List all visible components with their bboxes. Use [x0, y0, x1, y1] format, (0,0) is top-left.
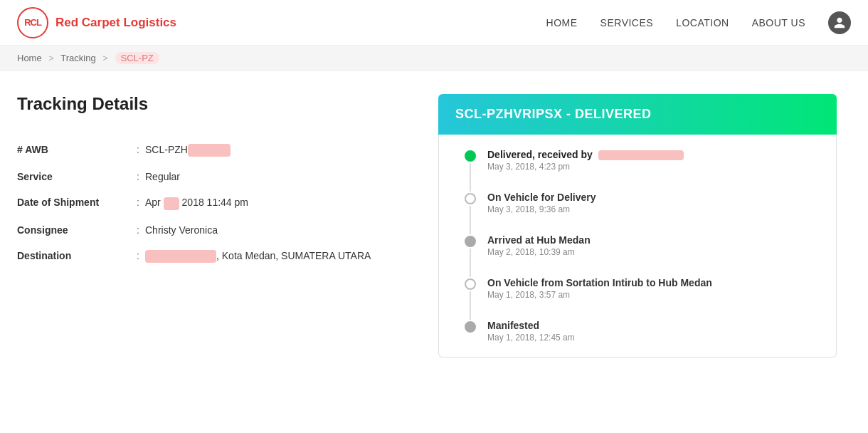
- awb-value: SCL-PZH: [145, 137, 416, 164]
- event-hub-medan: Arrived at Hub Medan May 2, 2018, 10:39 …: [487, 234, 819, 257]
- consignee-row: Consignee : Christy Veronica: [17, 217, 416, 243]
- awb-label: # AWB: [17, 137, 131, 164]
- left-panel: Tracking Details # AWB : SCL-PZH Service…: [17, 94, 416, 358]
- event-title-hub-medan: Arrived at Hub Medan: [487, 234, 819, 246]
- dot-hollow-2: [465, 278, 476, 290]
- date-colon: :: [131, 189, 145, 216]
- main-content: Tracking Details # AWB : SCL-PZH Service…: [0, 71, 854, 380]
- breadcrumb: Home > Tracking > SCL-PZ: [0, 46, 868, 71]
- dot-sortation: [465, 278, 476, 290]
- date-row: Date of Shipment : Apr 2018 11:44 pm: [17, 189, 416, 216]
- destination-value: , Kota Medan, SUMATERA UTARA: [145, 243, 416, 270]
- consignee-label: Consignee: [17, 217, 131, 243]
- logo-icon: RCL: [17, 7, 48, 38]
- dot-manifested: [465, 321, 476, 333]
- awb-colon: :: [131, 137, 145, 164]
- timeline-item-hub-medan: Arrived at Hub Medan May 2, 2018, 10:39 …: [465, 234, 819, 257]
- event-vehicle-delivery: On Vehicle for Delivery May 3, 2018, 9:3…: [487, 192, 819, 214]
- awb-redacted: [188, 144, 231, 157]
- consignee-value: Christy Veronica: [145, 217, 416, 243]
- timeline: Delivered, received by May 3, 2018, 4:23…: [456, 149, 819, 343]
- event-time-vehicle-delivery: May 3, 2018, 9:36 am: [487, 204, 819, 214]
- date-value: Apr 2018 11:44 pm: [145, 189, 416, 216]
- brand: RCL Red Carpet Logistics: [17, 7, 176, 38]
- user-icon[interactable]: [828, 11, 851, 34]
- event-sortation: On Vehicle from Sortation Intirub to Hub…: [487, 277, 819, 300]
- detail-table: # AWB : SCL-PZH Service : Regular Date o…: [17, 137, 416, 270]
- breadcrumb-home[interactable]: Home: [17, 53, 42, 63]
- event-delivered: Delivered, received by May 3, 2018, 4:23…: [487, 149, 819, 172]
- dot-delivered: [465, 150, 476, 162]
- dot-hub-medan: [465, 236, 476, 247]
- event-title-delivered: Delivered, received by: [487, 149, 819, 160]
- destination-colon: :: [131, 243, 145, 270]
- logo-text: RCL: [24, 17, 41, 28]
- event-manifested: Manifested May 1, 2018, 12:45 am: [487, 320, 819, 343]
- navbar: RCL Red Carpet Logistics HOME SERVICES L…: [0, 0, 868, 46]
- awb-row: # AWB : SCL-PZH: [17, 137, 416, 164]
- receiver-redacted: [598, 150, 684, 160]
- service-row: Service : Regular: [17, 164, 416, 189]
- timeline-line-4: [470, 291, 471, 320]
- nav-services[interactable]: SERVICES: [600, 17, 654, 28]
- date-label: Date of Shipment: [17, 189, 131, 216]
- service-colon: :: [131, 164, 145, 189]
- tracking-body: Delivered, received by May 3, 2018, 4:23…: [438, 135, 837, 358]
- destination-label: Destination: [17, 243, 131, 270]
- timeline-item-delivered: Delivered, received by May 3, 2018, 4:23…: [465, 149, 819, 172]
- dot-active: [465, 150, 476, 162]
- breadcrumb-current: SCL-PZ: [115, 52, 159, 64]
- event-time-sortation: May 1, 2018, 3:57 am: [487, 290, 819, 300]
- nav-location[interactable]: LOCATION: [676, 17, 729, 28]
- destination-row: Destination : , Kota Medan, SUMATERA UTA…: [17, 243, 416, 270]
- nav-links: HOME SERVICES LOCATION ABOUT US: [546, 11, 851, 34]
- breadcrumb-tracking[interactable]: Tracking: [60, 53, 95, 63]
- brand-name: Red Carpet Logistics: [55, 16, 176, 30]
- event-time-manifested: May 1, 2018, 12:45 am: [487, 333, 819, 343]
- service-label: Service: [17, 164, 131, 189]
- timeline-line-3: [470, 249, 471, 277]
- page-title: Tracking Details: [17, 94, 416, 114]
- timeline-item-vehicle-delivery: On Vehicle for Delivery May 3, 2018, 9:3…: [465, 192, 819, 214]
- service-value: Regular: [145, 164, 416, 189]
- dot-vehicle-delivery: [465, 193, 476, 204]
- timeline-line-2: [470, 206, 471, 234]
- event-title-sortation: On Vehicle from Sortation Intirub to Hub…: [487, 277, 819, 288]
- tracking-status-header: SCL-PZHVRIPSX - DELIVERED: [438, 94, 837, 135]
- breadcrumb-sep1: >: [48, 53, 54, 63]
- date-redacted: [164, 197, 179, 210]
- breadcrumb-sep2: >: [102, 53, 108, 63]
- timeline-line-1: [470, 163, 471, 192]
- event-time-delivered: May 3, 2018, 4:23 pm: [487, 162, 819, 172]
- dot-filled-1: [465, 236, 476, 247]
- timeline-item-manifested: Manifested May 1, 2018, 12:45 am: [465, 320, 819, 343]
- event-title-vehicle-delivery: On Vehicle for Delivery: [487, 192, 819, 203]
- destination-redacted: [145, 250, 216, 263]
- event-title-manifested: Manifested: [487, 320, 819, 331]
- event-time-hub-medan: May 2, 2018, 10:39 am: [487, 247, 819, 257]
- dot-filled-2: [465, 321, 476, 333]
- right-panel: SCL-PZHVRIPSX - DELIVERED Delivered, rec…: [438, 94, 837, 358]
- timeline-item-sortation: On Vehicle from Sortation Intirub to Hub…: [465, 277, 819, 300]
- dot-hollow-1: [465, 193, 476, 204]
- consignee-colon: :: [131, 217, 145, 243]
- nav-about[interactable]: ABOUT US: [752, 17, 805, 28]
- nav-home[interactable]: HOME: [546, 17, 578, 28]
